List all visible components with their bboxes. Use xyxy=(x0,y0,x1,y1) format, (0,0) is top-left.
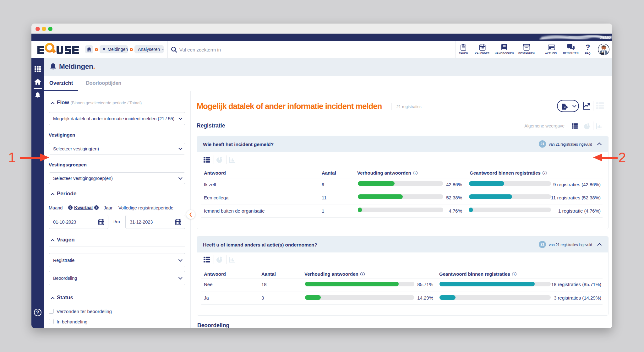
svg-text:DEMO: DEMO xyxy=(600,35,611,39)
